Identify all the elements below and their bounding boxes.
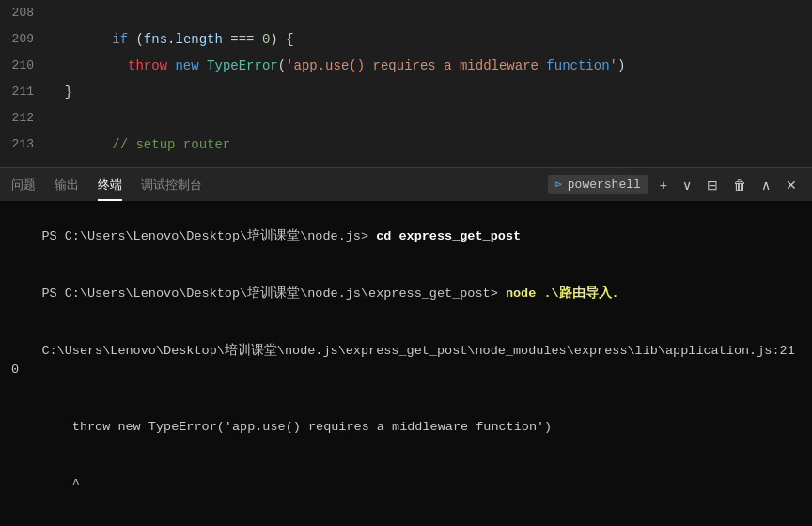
code-line-213: 213 // setup router (0, 132, 812, 158)
code-editor: 208 209 if (fns.length === 0) { 210 thro… (0, 0, 812, 167)
terminal-line-4: throw new TypeError('app.use() requires … (11, 399, 801, 456)
powershell-button[interactable]: ⊳ powershell (548, 175, 648, 194)
tab-terminal[interactable]: 终端 (98, 173, 122, 197)
maximize-panel-button[interactable]: ∧ (757, 176, 774, 194)
tab-bar: 问题 输出 终端 调试控制台 ⊳ powershell + ∨ ⊟ 🗑 ∧ ✕ (0, 167, 812, 201)
terminal-line-1: PS C:\Users\Lenovo\Desktop\培训课堂\node.js>… (11, 209, 801, 266)
terminal-line-6 (11, 513, 801, 526)
terminal-line-5: ^ (11, 456, 801, 513)
code-line-210: 210 throw new TypeError('app.use() requi… (0, 53, 812, 79)
tab-debug-console[interactable]: 调试控制台 (141, 173, 202, 197)
terminal-line-2: PS C:\Users\Lenovo\Desktop\培训课堂\node.js\… (11, 266, 801, 323)
code-line-211: 211 } (0, 79, 812, 105)
add-terminal-button[interactable]: + (656, 176, 671, 194)
close-panel-button[interactable]: ✕ (782, 176, 801, 194)
terminal-panel[interactable]: PS C:\Users\Lenovo\Desktop\培训课堂\node.js>… (0, 201, 812, 526)
tab-bar-actions: ⊳ powershell + ∨ ⊟ 🗑 ∧ ✕ (548, 175, 801, 194)
terminal-line-3: C:\Users\Lenovo\Desktop\培训课堂\node.js\exp… (11, 323, 801, 399)
kill-terminal-button[interactable]: 🗑 (729, 176, 750, 194)
split-terminal-button[interactable]: ⊟ (703, 176, 722, 194)
tab-output[interactable]: 输出 (55, 173, 79, 197)
tab-problems[interactable]: 问题 (11, 173, 36, 197)
terminal-icon: ⊳ (555, 178, 562, 192)
dropdown-button[interactable]: ∨ (679, 176, 695, 194)
powershell-label: powershell (568, 178, 641, 192)
